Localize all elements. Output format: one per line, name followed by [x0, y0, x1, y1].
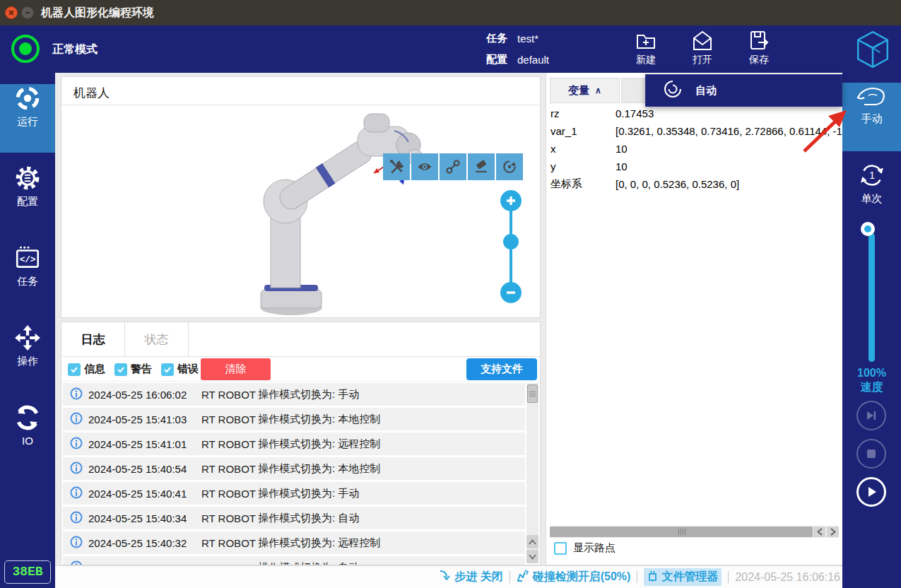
- close-icon[interactable]: [5, 6, 18, 19]
- tab-hidden-partial[interactable]: [621, 78, 646, 103]
- variable-row[interactable]: rz 0.17453: [546, 105, 842, 122]
- log-filter-row: 信息 警告 错误 清除 支持文件: [61, 357, 540, 382]
- tab-status[interactable]: 状态: [125, 322, 189, 357]
- sidebar-item-task[interactable]: </> 任务: [0, 244, 55, 312]
- save-button[interactable]: 保存: [736, 28, 782, 66]
- status-badge: 38EB: [4, 560, 51, 584]
- dropdown-label: 自动: [695, 84, 717, 98]
- main-area: 机器人: [55, 73, 842, 588]
- sidebar-item-run[interactable]: 运行: [0, 84, 55, 153]
- speed-label: 速度: [842, 380, 901, 394]
- svg-text:</>: </>: [20, 254, 36, 265]
- scroll-up-icon[interactable]: [526, 535, 538, 548]
- tab-log[interactable]: 日志: [61, 322, 125, 357]
- play-button[interactable]: [856, 477, 886, 507]
- log-time: 2024-05-25 15:40:30: [88, 562, 201, 565]
- variables-hscrollbar[interactable]: [550, 526, 839, 538]
- single-run-button[interactable]: 1 单次: [842, 161, 901, 230]
- speed-slider-thumb[interactable]: [861, 222, 875, 236]
- run-icon: [0, 84, 55, 112]
- log-time: 2024-05-25 16:06:02: [88, 389, 201, 401]
- log-scrollbar[interactable]: [526, 383, 538, 563]
- task-label: 任务: [486, 32, 507, 45]
- zoom-out-button[interactable]: [500, 282, 522, 303]
- zoom-in-button[interactable]: [500, 190, 522, 211]
- new-button[interactable]: 新建: [623, 28, 669, 66]
- log-entry[interactable]: 2024-05-25 15:41:01 RT ROBOT 操作模式切换为: 远程…: [63, 433, 525, 455]
- log-time: 2024-05-25 15:41:01: [88, 438, 201, 450]
- eraser-button[interactable]: [468, 153, 495, 180]
- log-entry[interactable]: 2024-05-25 15:41:03 RT ROBOT 操作模式切换为: 本地…: [63, 408, 525, 430]
- manual-mode-button[interactable]: 手动: [842, 83, 901, 151]
- scroll-left-icon[interactable]: [813, 527, 825, 537]
- variables-hscrollbar-thumb[interactable]: [550, 527, 813, 537]
- checkbox-checked-icon[interactable]: [68, 363, 81, 376]
- collision-icon: [517, 570, 529, 584]
- log-message: 操作模式切换为: 手动: [258, 388, 525, 401]
- support-file-button[interactable]: 支持文件: [466, 358, 537, 380]
- variable-value: [0, 0, 0, 0.5236, 0.5236, 0]: [616, 178, 842, 190]
- checkbox-unchecked-icon[interactable]: [554, 542, 567, 555]
- log-filter-checkbox[interactable]: 错误: [161, 363, 199, 376]
- mode-dropdown-item-auto[interactable]: 自动: [645, 74, 842, 107]
- clear-log-button[interactable]: 清除: [201, 358, 271, 380]
- open-button[interactable]: 打开: [679, 28, 726, 66]
- log-entry[interactable]: 2024-05-25 15:40:34 RT ROBOT 操作模式切换为: 自动: [63, 507, 525, 529]
- status-bar: 步进 关闭 碰撞检测开启(50%) 文件管理器 2024-05-25 16:06…: [55, 565, 842, 588]
- variable-row[interactable]: 坐标系 [0, 0, 0, 0.5236, 0.5236, 0]: [546, 175, 842, 193]
- log-filter-checkbox[interactable]: 警告: [114, 363, 152, 376]
- reset-view-button[interactable]: [496, 153, 523, 180]
- collision-detection-status[interactable]: 碰撞检测开启(50%): [517, 570, 631, 584]
- log-entry[interactable]: 2024-05-25 15:40:41 RT ROBOT 操作模式切换为: 手动: [63, 482, 525, 505]
- log-filter-checkbox[interactable]: 信息: [68, 363, 105, 376]
- variable-row[interactable]: y 10: [546, 158, 842, 175]
- sidebar-item-operate[interactable]: 操作: [0, 324, 55, 392]
- step-forward-button[interactable]: [856, 401, 886, 430]
- save-icon: [736, 29, 782, 53]
- sidebar-item-config[interactable]: 配置: [0, 164, 55, 233]
- auto-mode-spiral-icon: [663, 79, 683, 102]
- eye-icon: [416, 158, 433, 175]
- log-message: 操作模式切换为: 手动: [258, 487, 525, 500]
- robot-3d-viewport[interactable]: [62, 105, 539, 317]
- visibility-button[interactable]: [411, 153, 438, 180]
- zoom-slider-thumb[interactable]: [503, 234, 519, 249]
- filter-label: 错误: [177, 363, 199, 376]
- filter-label: 信息: [84, 363, 105, 376]
- io-swap-icon: [0, 404, 55, 432]
- log-entry[interactable]: 2024-05-25 15:40:30 RT ROBOT 操作模式切换为: 自动: [63, 556, 525, 565]
- info-icon: [70, 437, 83, 452]
- log-time: 2024-05-25 15:40:41: [88, 488, 201, 500]
- scroll-right-icon[interactable]: [827, 527, 839, 537]
- log-time: 2024-05-25 15:40:54: [88, 463, 201, 475]
- checkbox-checked-icon[interactable]: [114, 363, 127, 376]
- file-manager-button[interactable]: 文件管理器: [644, 568, 722, 586]
- variable-row[interactable]: x 10: [546, 140, 842, 158]
- variable-value: 10: [616, 143, 842, 155]
- tools-icon: [388, 158, 405, 175]
- step-mode-status[interactable]: 步进 关闭: [439, 570, 502, 584]
- log-entry[interactable]: 2024-05-25 15:40:32 RT ROBOT 操作模式切换为: 远程…: [63, 531, 525, 554]
- waypoints-button[interactable]: [440, 153, 466, 180]
- sidebar-item-io[interactable]: IO: [0, 404, 55, 472]
- log-entry[interactable]: 2024-05-25 16:06:02 RT ROBOT 操作模式切换为: 手动: [63, 383, 525, 406]
- config-label: 配置: [486, 53, 507, 66]
- play-icon: [865, 486, 878, 498]
- minimize-icon[interactable]: [21, 6, 34, 19]
- log-entry[interactable]: 2024-05-25 15:40:54 RT ROBOT 操作模式切换为: 本地…: [63, 457, 525, 480]
- app-window: 机器人图形化编程环境 正常模式 任务 test* 配置 default 新建: [0, 0, 901, 588]
- zoom-control: [500, 190, 522, 303]
- log-scrollbar-thumb[interactable]: [527, 384, 538, 403]
- tools-button[interactable]: [383, 153, 410, 180]
- speed-slider-track[interactable]: [868, 233, 875, 362]
- log-message: 操作模式切换为: 本地控制: [258, 413, 525, 426]
- checkbox-checked-icon[interactable]: [161, 363, 174, 376]
- left-sidebar: 运行 配置 </> 任务: [0, 73, 55, 588]
- brand-logo-icon: [855, 30, 890, 71]
- variable-row[interactable]: var_1 [0.3261, 0.35348, 0.73416, 2.72866…: [546, 122, 842, 140]
- mode-label: 正常模式: [52, 25, 98, 73]
- scroll-down-icon[interactable]: [526, 550, 538, 563]
- stop-button[interactable]: [856, 439, 886, 469]
- tab-variables[interactable]: 变量 ∧: [550, 78, 620, 103]
- reset-view-icon: [501, 158, 518, 175]
